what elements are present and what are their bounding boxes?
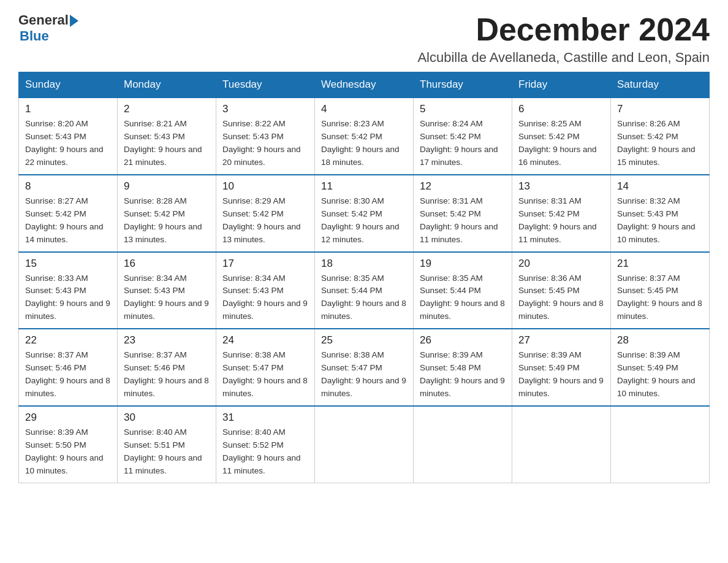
header-saturday: Saturday xyxy=(611,72,710,98)
day-info: Sunrise: 8:39 AMSunset: 5:49 PMDaylight:… xyxy=(617,349,703,400)
day-number: 14 xyxy=(617,180,703,193)
calendar-cell: 10 Sunrise: 8:29 AMSunset: 5:42 PMDaylig… xyxy=(216,175,315,252)
calendar-cell: 22 Sunrise: 8:37 AMSunset: 5:46 PMDaylig… xyxy=(19,329,118,406)
calendar-cell: 9 Sunrise: 8:28 AMSunset: 5:42 PMDayligh… xyxy=(118,175,216,252)
day-number: 13 xyxy=(518,180,604,193)
calendar-cell: 25 Sunrise: 8:38 AMSunset: 5:47 PMDaylig… xyxy=(315,329,414,406)
header-thursday: Thursday xyxy=(414,72,512,98)
day-number: 25 xyxy=(321,334,407,347)
calendar-cell: 3 Sunrise: 8:22 AMSunset: 5:43 PMDayligh… xyxy=(216,98,315,175)
day-number: 1 xyxy=(25,103,111,115)
day-number: 5 xyxy=(420,103,506,115)
day-info: Sunrise: 8:40 AMSunset: 5:52 PMDaylight:… xyxy=(222,426,308,478)
day-number: 28 xyxy=(617,334,703,347)
day-number: 3 xyxy=(222,103,308,115)
calendar-cell: 17 Sunrise: 8:34 AMSunset: 5:43 PMDaylig… xyxy=(216,252,315,329)
calendar-cell: 19 Sunrise: 8:35 AMSunset: 5:44 PMDaylig… xyxy=(414,252,512,329)
header-friday: Friday xyxy=(512,72,611,98)
day-info: Sunrise: 8:39 AMSunset: 5:50 PMDaylight:… xyxy=(25,426,111,478)
title-block: December 2024 Alcubilla de Avellaneda, C… xyxy=(417,12,710,66)
calendar-cell: 4 Sunrise: 8:23 AMSunset: 5:42 PMDayligh… xyxy=(315,98,414,175)
day-number: 21 xyxy=(617,258,703,270)
day-number: 9 xyxy=(124,180,210,193)
calendar-cell: 23 Sunrise: 8:37 AMSunset: 5:46 PMDaylig… xyxy=(118,329,216,406)
day-number: 12 xyxy=(420,180,506,193)
day-number: 19 xyxy=(420,258,506,270)
weekday-header-row: Sunday Monday Tuesday Wednesday Thursday… xyxy=(19,72,710,98)
day-info: Sunrise: 8:29 AMSunset: 5:42 PMDaylight:… xyxy=(222,195,308,247)
month-title: December 2024 xyxy=(417,12,710,47)
page-header: General Blue December 2024 Alcubilla de … xyxy=(18,12,710,66)
day-info: Sunrise: 8:24 AMSunset: 5:42 PMDaylight:… xyxy=(420,118,506,169)
day-info: Sunrise: 8:39 AMSunset: 5:49 PMDaylight:… xyxy=(518,349,604,400)
calendar-cell: 13 Sunrise: 8:31 AMSunset: 5:42 PMDaylig… xyxy=(512,175,611,252)
calendar-header: Sunday Monday Tuesday Wednesday Thursday… xyxy=(19,72,710,98)
calendar-cell: 15 Sunrise: 8:33 AMSunset: 5:43 PMDaylig… xyxy=(19,252,118,329)
day-info: Sunrise: 8:26 AMSunset: 5:42 PMDaylight:… xyxy=(617,118,703,169)
day-info: Sunrise: 8:34 AMSunset: 5:43 PMDaylight:… xyxy=(222,272,308,324)
day-info: Sunrise: 8:22 AMSunset: 5:43 PMDaylight:… xyxy=(222,118,308,169)
day-number: 20 xyxy=(518,258,604,270)
calendar-body: 1 Sunrise: 8:20 AMSunset: 5:43 PMDayligh… xyxy=(19,98,710,483)
logo-general: General xyxy=(18,12,69,28)
day-number: 7 xyxy=(617,103,703,115)
day-number: 10 xyxy=(222,180,308,193)
day-info: Sunrise: 8:21 AMSunset: 5:43 PMDaylight:… xyxy=(124,118,210,169)
calendar-cell: 6 Sunrise: 8:25 AMSunset: 5:42 PMDayligh… xyxy=(512,98,611,175)
day-info: Sunrise: 8:37 AMSunset: 5:45 PMDaylight:… xyxy=(617,272,703,324)
calendar-cell: 8 Sunrise: 8:27 AMSunset: 5:42 PMDayligh… xyxy=(19,175,118,252)
calendar-cell: 7 Sunrise: 8:26 AMSunset: 5:42 PMDayligh… xyxy=(611,98,710,175)
day-info: Sunrise: 8:36 AMSunset: 5:45 PMDaylight:… xyxy=(518,272,604,324)
calendar-cell xyxy=(414,406,512,483)
day-number: 27 xyxy=(518,334,604,347)
day-info: Sunrise: 8:38 AMSunset: 5:47 PMDaylight:… xyxy=(321,349,407,400)
calendar-cell: 2 Sunrise: 8:21 AMSunset: 5:43 PMDayligh… xyxy=(118,98,216,175)
day-number: 6 xyxy=(518,103,604,115)
calendar-cell xyxy=(315,406,414,483)
day-info: Sunrise: 8:30 AMSunset: 5:42 PMDaylight:… xyxy=(321,195,407,247)
day-info: Sunrise: 8:20 AMSunset: 5:43 PMDaylight:… xyxy=(25,118,111,169)
calendar-cell: 18 Sunrise: 8:35 AMSunset: 5:44 PMDaylig… xyxy=(315,252,414,329)
day-info: Sunrise: 8:23 AMSunset: 5:42 PMDaylight:… xyxy=(321,118,407,169)
calendar-cell: 1 Sunrise: 8:20 AMSunset: 5:43 PMDayligh… xyxy=(19,98,118,175)
day-number: 31 xyxy=(222,412,308,424)
calendar-cell: 31 Sunrise: 8:40 AMSunset: 5:52 PMDaylig… xyxy=(216,406,315,483)
day-number: 2 xyxy=(124,103,210,115)
day-info: Sunrise: 8:37 AMSunset: 5:46 PMDaylight:… xyxy=(25,349,111,400)
calendar-cell: 24 Sunrise: 8:38 AMSunset: 5:47 PMDaylig… xyxy=(216,329,315,406)
day-number: 17 xyxy=(222,258,308,270)
calendar-cell: 21 Sunrise: 8:37 AMSunset: 5:45 PMDaylig… xyxy=(611,252,710,329)
day-info: Sunrise: 8:38 AMSunset: 5:47 PMDaylight:… xyxy=(222,349,308,400)
day-number: 8 xyxy=(25,180,111,193)
calendar-week-row: 1 Sunrise: 8:20 AMSunset: 5:43 PMDayligh… xyxy=(19,98,710,175)
day-number: 11 xyxy=(321,180,407,193)
header-wednesday: Wednesday xyxy=(315,72,414,98)
calendar-cell: 26 Sunrise: 8:39 AMSunset: 5:48 PMDaylig… xyxy=(414,329,512,406)
calendar-cell: 27 Sunrise: 8:39 AMSunset: 5:49 PMDaylig… xyxy=(512,329,611,406)
day-info: Sunrise: 8:40 AMSunset: 5:51 PMDaylight:… xyxy=(124,426,210,478)
day-number: 23 xyxy=(124,334,210,347)
day-info: Sunrise: 8:34 AMSunset: 5:43 PMDaylight:… xyxy=(124,272,210,324)
day-number: 26 xyxy=(420,334,506,347)
day-info: Sunrise: 8:37 AMSunset: 5:46 PMDaylight:… xyxy=(124,349,210,400)
calendar-cell: 30 Sunrise: 8:40 AMSunset: 5:51 PMDaylig… xyxy=(118,406,216,483)
calendar-week-row: 29 Sunrise: 8:39 AMSunset: 5:50 PMDaylig… xyxy=(19,406,710,483)
day-info: Sunrise: 8:28 AMSunset: 5:42 PMDaylight:… xyxy=(124,195,210,247)
calendar-cell: 14 Sunrise: 8:32 AMSunset: 5:43 PMDaylig… xyxy=(611,175,710,252)
logo-blue: Blue xyxy=(20,28,49,44)
day-number: 22 xyxy=(25,334,111,347)
day-info: Sunrise: 8:39 AMSunset: 5:48 PMDaylight:… xyxy=(420,349,506,400)
calendar-week-row: 8 Sunrise: 8:27 AMSunset: 5:42 PMDayligh… xyxy=(19,175,710,252)
day-info: Sunrise: 8:35 AMSunset: 5:44 PMDaylight:… xyxy=(420,272,506,324)
day-number: 15 xyxy=(25,258,111,270)
day-number: 18 xyxy=(321,258,407,270)
day-number: 24 xyxy=(222,334,308,347)
calendar-cell: 29 Sunrise: 8:39 AMSunset: 5:50 PMDaylig… xyxy=(19,406,118,483)
day-number: 16 xyxy=(124,258,210,270)
logo-triangle-icon xyxy=(70,15,78,27)
calendar-cell: 28 Sunrise: 8:39 AMSunset: 5:49 PMDaylig… xyxy=(611,329,710,406)
calendar-cell xyxy=(512,406,611,483)
day-info: Sunrise: 8:27 AMSunset: 5:42 PMDaylight:… xyxy=(25,195,111,247)
day-number: 4 xyxy=(321,103,407,115)
calendar-cell: 11 Sunrise: 8:30 AMSunset: 5:42 PMDaylig… xyxy=(315,175,414,252)
